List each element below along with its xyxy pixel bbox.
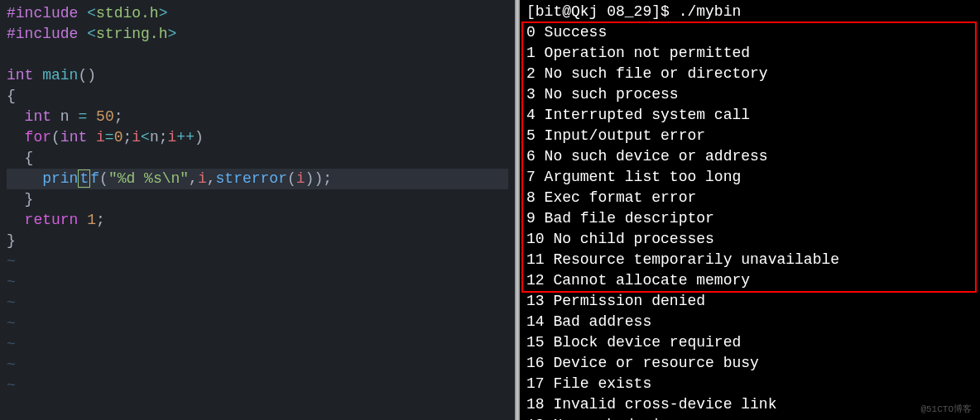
terminal-output-line: 7 Argument list too long — [526, 167, 973, 188]
terminal-output-line: 17 File exists — [526, 374, 973, 394]
code-line — [7, 45, 508, 65]
preprocessor-directive: #include — [7, 5, 78, 21]
empty-line-tilde: ~ — [7, 355, 508, 375]
terminal-pane[interactable]: [bit@Qkj 08_29]$ ./mybin 0 Success1 Oper… — [520, 0, 980, 420]
terminal-output: 0 Success1 Operation not permitted2 No s… — [526, 22, 973, 420]
terminal-output-line: 3 No such process — [526, 84, 973, 105]
terminal-output-line: 19 No such device — [526, 415, 973, 420]
terminal-output-line: 2 No such file or directory — [526, 64, 973, 84]
terminal-output-line: 18 Invalid cross-device link — [526, 394, 973, 415]
empty-line-tilde: ~ — [7, 334, 508, 355]
terminal-output-line: 8 Exec format error — [526, 188, 973, 208]
code-line: { — [7, 148, 508, 169]
terminal-output-line: 16 Device or resource busy — [526, 353, 973, 374]
watermark: @51CTO博客 — [920, 403, 972, 415]
empty-line-tilde: ~ — [7, 293, 508, 313]
code-line: #include <string.h> — [7, 24, 508, 45]
shell-command: ./mybin — [679, 3, 742, 20]
code-line: } — [7, 231, 508, 251]
empty-line-tilde: ~ — [7, 272, 508, 293]
terminal-output-line: 0 Success — [526, 22, 973, 43]
terminal-output-line: 10 No child processes — [526, 229, 973, 250]
code-line: int n = 50; — [7, 107, 508, 127]
terminal-output-line: 1 Operation not permitted — [526, 43, 973, 64]
terminal-prompt-line: [bit@Qkj 08_29]$ ./mybin — [526, 2, 973, 22]
code-line: { — [7, 86, 508, 107]
code-line-current: printf("%d %s\n",i,strerror(i)); — [7, 169, 508, 189]
empty-line-tilde: ~ — [7, 375, 508, 396]
code-line: } — [7, 189, 508, 210]
code-line: #include <stdio.h> — [7, 3, 508, 24]
code-line: for(int i=0;i<n;i++) — [7, 127, 508, 148]
empty-line-tilde: ~ — [7, 251, 508, 272]
shell-prompt: [bit@Qkj 08_29]$ — [526, 3, 679, 20]
editor-cursor: t — [78, 169, 90, 188]
terminal-output-line: 6 No such device or address — [526, 146, 973, 167]
terminal-output-line: 9 Bad file descriptor — [526, 208, 973, 229]
terminal-output-line: 4 Interrupted system call — [526, 105, 973, 126]
terminal-output-line: 15 Block device required — [526, 332, 973, 353]
code-line: return 1; — [7, 210, 508, 231]
terminal-output-line: 5 Input/output error — [526, 126, 973, 146]
code-editor-pane[interactable]: #include <stdio.h> #include <string.h> i… — [0, 0, 515, 420]
code-line: int main() — [7, 65, 508, 86]
empty-line-tilde: ~ — [7, 313, 508, 334]
terminal-output-line: 12 Cannot allocate memory — [526, 270, 973, 291]
terminal-output-line: 11 Resource temporarily unavailable — [526, 250, 973, 270]
terminal-output-line: 13 Permission denied — [526, 291, 973, 312]
terminal-output-line: 14 Bad address — [526, 312, 973, 332]
